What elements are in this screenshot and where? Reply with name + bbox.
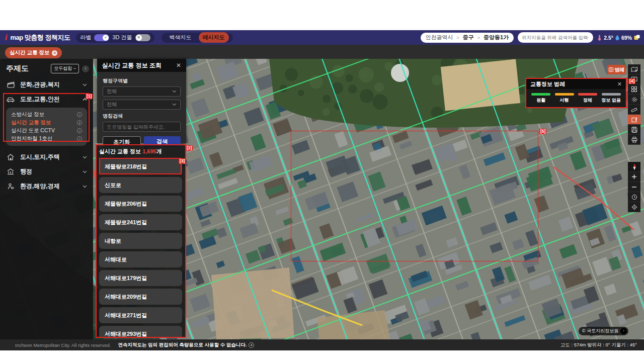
map-icon [631,66,637,72]
location-search [518,32,593,43]
sidebar-item-label: 도로,교통,안전 [20,95,60,104]
car-icon [6,97,15,103]
chevron-right-icon[interactable]: › [620,328,627,334]
sidebar-item-environment[interactable]: 환경,해양,경제 [0,179,93,194]
info-icon[interactable]: i [77,112,82,117]
road-name-input[interactable] [107,124,177,130]
legend-item-congested: 정체 [578,93,597,104]
submenu-item-label: 실시간 도로 CCTV [11,127,55,134]
legend-item-noinfo: 정보 없음 [601,93,621,104]
info-icon[interactable]: i [77,120,82,125]
copyright-text: Incheon Metropolitan City. All rights re… [15,342,111,348]
temperature-value: 2.5° [604,35,613,41]
road-list-item[interactable]: 서해대로271번길 [99,307,182,323]
zoom-out-button[interactable] [628,182,640,192]
mesh-map-button[interactable]: 메시지도 [199,32,229,43]
region-select-2[interactable]: 전체 [103,100,181,110]
road-list-item[interactable]: 제물량로206번길 [99,196,182,212]
print-button[interactable] [628,135,640,145]
book-icon [631,76,637,82]
search-input[interactable] [522,35,588,40]
check-icon: ✓ [103,35,109,41]
road-list-item[interactable]: 제물량로241번길 [99,214,182,230]
legend-toggle-button[interactable]: 범례 [607,65,626,74]
region-select-1-value: 전체 [107,88,117,95]
breadcrumb-neighborhood[interactable]: 중앙동1가 [484,34,509,41]
area-select-button[interactable] [628,115,640,125]
submenu-item-subway-line1[interactable]: 인천지하철 1호선 i [11,135,82,143]
info-icon[interactable]: i [77,136,82,141]
app-logo[interactable]: i map 맞춤형 정책지도 [5,33,70,42]
label-toggle[interactable]: ✓ [94,34,109,41]
3d-building-toggle[interactable]: ✕ [135,34,150,41]
submenu-item-road-cctv[interactable]: 실시간 도로 CCTV i [11,127,82,135]
bank-icon [6,168,15,175]
sidebar-item-culture[interactable]: 문화,관광,복지 [0,77,93,92]
map-attribution-text: © 국토지리정보원 [582,328,618,334]
close-icon[interactable]: ✕ [176,62,181,69]
map-toolbar [628,64,640,145]
save-image-button[interactable] [628,125,640,135]
reset-view-button[interactable] [628,192,640,202]
map-nav-toolbar [628,162,640,212]
compare-map-button[interactable] [628,74,640,84]
submenu-item-realtime-traffic[interactable]: 실시간 교통 정보 i [11,119,82,127]
current-location-button[interactable] [628,202,640,212]
legend-title: 교통정보 범례 [530,80,565,88]
traffic-search-panel: 실시간 교통 정보 조회 ✕ 행정구역별 전체 전체 명칭검색 초기화 검색 [97,59,186,143]
result-count: 1,695 [142,148,156,154]
basemap-group: 백색지도 메시지도 [162,33,233,43]
search-icon[interactable] [588,35,589,40]
printer-icon [631,137,637,143]
region-select-2-value: 전체 [107,101,117,108]
chevron-down-icon [172,90,177,93]
sidebar-item-road-traffic[interactable]: 도로,교통,안전 [0,92,93,107]
minus-icon [631,186,637,188]
compass-button[interactable] [628,162,640,172]
sidebar-item-label: 도시,토지,주택 [20,153,60,161]
breadcrumb-separator: > [457,35,459,40]
white-map-button[interactable]: 백색지도 [166,32,196,43]
region-field-label: 행정구역별 [103,77,181,84]
road-list-item[interactable]: 서해대로 [99,251,182,267]
split-map-button[interactable] [628,84,640,95]
breadcrumb[interactable]: 인천광역시 > 중구 > 중앙동1가 [421,33,514,43]
region-select-1[interactable]: 전체 [103,86,181,97]
road-list-item[interactable]: 신포로 [99,177,182,193]
info-icon[interactable]: i [77,128,82,133]
plus-circle-icon[interactable]: + [249,342,254,348]
crosshair-icon [631,204,637,210]
road-list-item[interactable]: 서해대로293번길 [99,326,182,338]
active-layer-chip[interactable]: 실시간 교통 정보 ✕ [5,47,62,58]
humidity-value: 69% [621,35,632,41]
submenu-item-label: 인천지하철 1호선 [11,135,52,142]
sidebar-fold-button[interactable]: ‹ [82,65,89,72]
breadcrumb-district[interactable]: 중구 [463,34,474,41]
submenu-item-fire-facility[interactable]: 소방시설 정보 i [11,111,82,119]
close-icon[interactable]: ✕ [617,81,622,87]
road-list-item[interactable]: 제물량로218번길 [99,158,182,174]
map-settings-button[interactable] [628,95,640,105]
chevron-down-icon [83,185,87,188]
submenu-item-label: 실시간 교통 정보 [11,119,51,126]
basemap-switch-button[interactable] [628,64,640,74]
road-list-item[interactable]: 내항로 [99,233,182,249]
zoom-in-button[interactable] [628,172,640,182]
sidebar-item-label: 환경,해양,경제 [20,182,60,191]
breadcrumb-city[interactable]: 인천광역시 [426,34,453,41]
sidebar-item-city-land[interactable]: 도시,토지,주택 [0,150,93,164]
cadastral-notice: 연속지적도는 임의 편집되어 측량용으로 사용할 수 없습니다. + [118,342,254,348]
ruler-icon [631,107,637,113]
measure-button[interactable] [628,105,640,115]
road-list-item[interactable]: 서해대로179번길 [99,270,182,286]
panel-title: 실시간 교통 정보 조회 [102,61,162,70]
thermometer-icon [597,35,602,41]
collapse-all-button[interactable]: 모두접힘 − [51,64,79,73]
3d-building-toggle-label: 3D 건물 [112,34,132,41]
camera-status: 고도 : 574m 방위각 : 0° 기울기 : 45° [560,342,637,348]
road-list-item[interactable]: 서해대로209번길 [99,289,182,305]
map-attribution[interactable]: © 국토지리정보원 › [579,327,628,335]
sidebar-item-administration[interactable]: 행정 [0,164,93,179]
chip-close-icon[interactable]: ✕ [52,50,57,56]
traffic-result-list: 실시간 교통 정보 1,695개 제물량로218번길 신포로 제물량로206번길… [96,144,186,338]
